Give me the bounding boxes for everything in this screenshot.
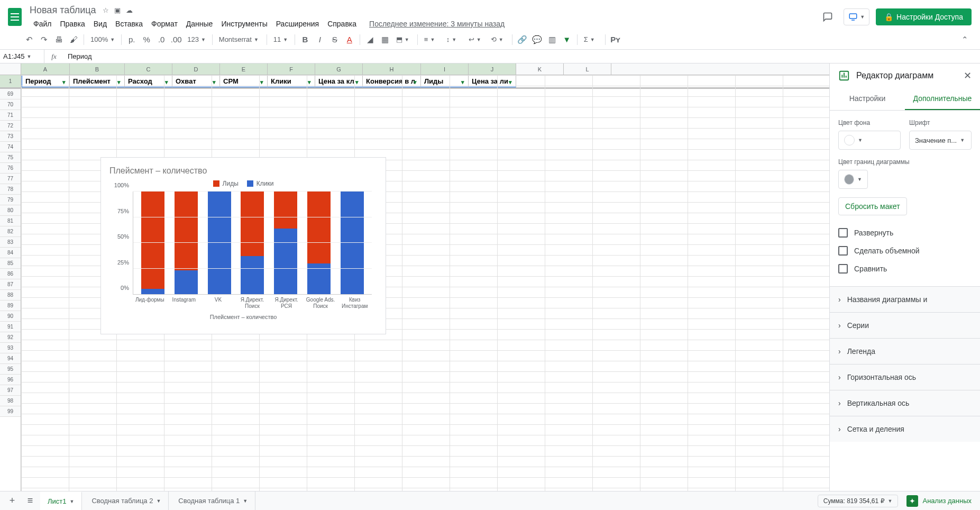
embedded-chart[interactable]: Плейсмент – количество ЛидыКлики 0%25%50… [100,157,386,334]
chart-button[interactable]: ▥ [545,33,559,47]
col-header[interactable]: A [21,63,70,75]
header-cell[interactable]: Расход▾ [125,75,172,87]
checkbox-3d[interactable]: Сделать объемной [838,242,972,260]
row-header[interactable]: 84 [0,248,21,258]
borders-button[interactable]: ▦ [378,33,392,47]
row-header[interactable]: 71 [0,110,21,121]
cloud-icon[interactable]: ☁ [126,6,133,14]
row-header[interactable]: 72 [0,121,21,131]
redo-button[interactable]: ↷ [37,33,51,47]
row-headers[interactable]: 1 69707172737475767778798081828384858687… [0,75,21,491]
col-header[interactable]: H [363,63,421,75]
print-button[interactable]: 🖶 [52,33,66,47]
filter-icon[interactable]: ▾ [258,78,265,86]
menu-file[interactable]: Файл [30,17,55,30]
header-cell[interactable]: Лиды▾ [421,75,469,87]
zoom-select[interactable]: 100%▼ [87,35,118,43]
menu-view[interactable]: Вид [90,17,111,30]
bg-color-picker[interactable]: ▼ [838,131,901,150]
row-header[interactable]: 78 [0,184,21,195]
currency-button[interactable]: р. [125,33,139,47]
rotate-button[interactable]: ⟲▼ [488,35,509,43]
row-header[interactable]: 79 [0,195,21,205]
undo-button[interactable]: ↶ [22,33,36,47]
name-box[interactable]: A1:J45▼ [0,50,44,63]
menu-insert[interactable]: Вставка [112,17,146,30]
col-header[interactable]: J [469,63,516,75]
sheets-logo[interactable] [4,6,25,28]
collapse-toolbar-button[interactable]: ⌃ [958,33,972,47]
analyze-data-button[interactable]: ✦Анализ данных [902,493,976,509]
header-cell[interactable]: Конверсия в л▾ [363,75,421,87]
filter-icon[interactable]: ▾ [163,78,170,86]
tab-customize[interactable]: Дополнительные [905,88,980,110]
row-header[interactable]: 81 [0,216,21,226]
text-color-button[interactable]: A [343,33,356,47]
filter-icon[interactable]: ▾ [411,78,419,86]
font-picker[interactable]: Значение п...▼ [909,131,972,150]
header-cell[interactable]: Период▾ [21,75,70,87]
accordion-haxis[interactable]: ›Горизонтальная ось [830,364,980,390]
accordion-series[interactable]: ›Серии [830,312,980,338]
add-sheet-button[interactable]: + [4,493,20,509]
cells-area[interactable]: Период▾Плейсмент▾Расход▾Охват▾CPM▾Клики▾… [21,75,829,491]
row-header[interactable]: 93 [0,343,21,353]
row-header[interactable]: 87 [0,279,21,290]
row-header[interactable]: 96 [0,375,21,385]
sum-indicator[interactable]: Сумма: 819 354,61 ₽▼ [818,495,899,507]
header-cell[interactable]: CPM▾ [220,75,268,87]
col-header[interactable]: G [315,63,363,75]
sheet-tab-1[interactable]: Лист1▼ [40,491,82,511]
menu-data[interactable]: Данные [182,17,217,30]
bold-button[interactable]: B [298,33,312,47]
reset-layout-button[interactable]: Сбросить макет [838,197,907,215]
col-header[interactable]: K [516,63,564,75]
row-header[interactable]: 99 [0,406,21,417]
select-all-corner[interactable] [0,63,21,75]
wrap-button[interactable]: ↩▼ [465,35,487,43]
formula-input[interactable]: Период [63,52,980,60]
sheet-tab-pivot2[interactable]: Сводная таблица 2▼ [84,491,169,511]
paint-format-button[interactable]: 🖌 [67,33,80,47]
comment-history-icon[interactable] [818,7,837,26]
font-size-select[interactable]: 11▼ [270,35,291,43]
row-header[interactable]: 75 [0,152,21,163]
halign-button[interactable]: ≡▼ [421,35,442,43]
row-header[interactable]: 94 [0,353,21,364]
filter-icon[interactable]: ▾ [60,78,68,86]
share-button[interactable]: 🔒 Настройки Доступа [876,8,972,25]
col-header[interactable]: B [70,63,125,75]
star-icon[interactable]: ☆ [103,6,109,14]
percent-button[interactable]: % [140,33,153,47]
merge-button[interactable]: ⬒▼ [393,35,414,43]
col-header[interactable]: F [268,63,315,75]
row-header[interactable]: 77 [0,174,21,184]
menu-extensions[interactable]: Расширения [272,17,323,30]
filter-icon[interactable]: ▾ [306,78,313,86]
col-header[interactable]: C [125,63,172,75]
present-button[interactable]: ▼ [844,8,869,25]
row-header[interactable]: 91 [0,322,21,332]
row-header[interactable]: 86 [0,269,21,279]
accordion-vaxis[interactable]: ›Вертикальная ось [830,390,980,416]
fill-color-button[interactable]: ◢ [363,33,377,47]
accordion-gridlines[interactable]: ›Сетка и деления [830,416,980,442]
valign-button[interactable]: ↕▼ [443,35,464,43]
header-cell[interactable]: Клики▾ [268,75,315,87]
row-header[interactable]: 97 [0,385,21,396]
col-header[interactable]: I [421,63,469,75]
filter-icon[interactable]: ▾ [115,78,123,86]
sheet-area[interactable]: ABCDEFGHIJKL 1 6970717273747576777879808… [0,63,829,491]
row-header[interactable]: 76 [0,163,21,174]
row-header[interactable]: 89 [0,300,21,311]
header-cell[interactable]: Цена за ли▾ [469,75,516,87]
accordion-legend[interactable]: ›Легенда [830,338,980,364]
row-header[interactable]: 70 [0,99,21,110]
header-cell[interactable]: Цена за кл▾ [315,75,363,87]
checkbox-maximize[interactable]: Развернуть [838,224,972,242]
row-header[interactable]: 69 [0,89,21,99]
row-header[interactable]: 88 [0,290,21,300]
row-header-frozen[interactable]: 1 [0,75,21,89]
last-edit-link[interactable]: Последнее изменение: 3 минуты назад [365,17,508,30]
row-header[interactable]: 95 [0,364,21,375]
